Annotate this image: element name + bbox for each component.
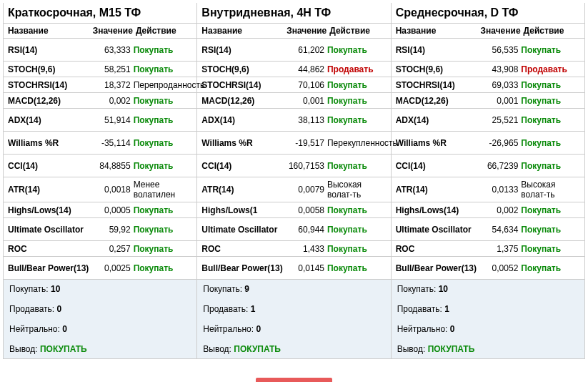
indicator-value: 0,002 <box>480 205 521 215</box>
indicator-action: Менее волатилен <box>134 180 193 200</box>
indicator-name: MACD(12,26) <box>396 96 481 106</box>
indicator-value: 63,333 <box>93 45 134 55</box>
indicator-name: ATR(14) <box>396 185 481 195</box>
indicator-row: ADX(14)51,914Покупать <box>4 109 196 132</box>
indicator-action: Покупать <box>134 244 193 254</box>
indicator-row: Bull/Bear Power(13)0,0052Покупать <box>392 257 584 280</box>
header-value: Значение <box>286 26 329 36</box>
timeframe-column: Внутридневная, 4Н ТФНазваниеЗначениеДейс… <box>197 3 391 359</box>
indicator-value: 56,535 <box>480 45 521 55</box>
summary-buy: Покупать: 9 <box>203 284 384 294</box>
indicator-action: Покупать <box>327 161 387 171</box>
indicator-value: 0,0058 <box>286 205 327 215</box>
brand-logo: instaforex <box>256 378 333 382</box>
indicator-action: Покупать <box>327 205 387 215</box>
indicator-row: Williams %R-35,114Покупать <box>4 132 196 155</box>
indicator-action: Высокая волат-ть <box>521 180 580 200</box>
summary-neutral: Нейтрально: 0 <box>397 324 579 334</box>
indicator-value: 0,0018 <box>93 185 134 195</box>
column-summary: Покупать: 10Продавать: 0Нейтрально: 0Выв… <box>4 280 196 359</box>
indicator-name: Bull/Bear Power(13) <box>8 263 93 273</box>
indicator-action: Покупать <box>521 263 580 273</box>
indicator-row: STOCH(9,6)58,251Покупать <box>4 62 196 77</box>
indicator-name: Highs/Lows(1 <box>201 205 286 215</box>
indicator-name: Bull/Bear Power(13) <box>201 263 286 273</box>
indicator-value: 54,634 <box>480 225 521 235</box>
header-action: Действие <box>329 26 389 36</box>
indicator-value: 160,7153 <box>286 161 327 171</box>
indicator-action: Покупать <box>134 64 193 74</box>
header-action: Действие <box>524 26 583 36</box>
indicator-value: 0,0005 <box>93 205 134 215</box>
summary-sell: Продавать: 1 <box>397 304 579 314</box>
indicator-name: CCI(14) <box>396 161 481 171</box>
indicator-value: 51,914 <box>93 115 134 125</box>
indicator-name: Williams %R <box>396 138 481 148</box>
indicator-name: ATR(14) <box>8 185 93 195</box>
indicator-action: Высокая волат-ть <box>327 180 387 200</box>
indicator-row: Highs/Lows(10,0058Покупать <box>197 202 390 218</box>
indicator-action: Перекупленность <box>327 138 397 148</box>
indicator-name: CCI(14) <box>201 161 286 171</box>
indicator-value: 1,375 <box>480 244 521 254</box>
indicator-name: STOCH(9,6) <box>396 64 481 74</box>
column-headers: НазваниеЗначениеДействие <box>392 24 584 39</box>
indicator-name: ROC <box>8 244 93 254</box>
summary-conclusion: Вывод: ПОКУПАТЬ <box>397 344 579 354</box>
indicator-action: Покупать <box>134 96 193 106</box>
indicator-row: Williams %R-19,517Перекупленность <box>197 132 390 155</box>
indicator-row: Highs/Lows(14)0,0005Покупать <box>4 202 196 218</box>
column-headers: НазваниеЗначениеДействие <box>4 24 196 39</box>
indicator-action: Покупать <box>134 115 193 125</box>
indicator-row: ADX(14)38,113Покупать <box>197 109 390 132</box>
indicator-value: -35,114 <box>93 138 134 148</box>
indicator-row: STOCHRSI(14)70,106Покупать <box>197 77 390 93</box>
timeframe-column: Среднесрочная, D ТФНазваниеЗначениеДейст… <box>392 3 585 359</box>
indicator-value: -19,517 <box>286 138 327 148</box>
indicator-name: Williams %R <box>201 138 286 148</box>
indicator-action: Продавать <box>521 64 580 74</box>
indicator-name: STOCHRSI(14) <box>396 80 481 90</box>
indicator-row: STOCHRSI(14)69,033Покупать <box>392 77 584 93</box>
indicator-action: Покупать <box>134 138 193 148</box>
indicator-row: STOCH(9,6)43,908Продавать <box>392 62 584 77</box>
indicator-action: Покупать <box>327 225 387 235</box>
indicator-value: 38,113 <box>286 115 327 125</box>
indicator-action: Покупать <box>327 96 387 106</box>
indicator-action: Покупать <box>521 45 580 55</box>
summary-conclusion: Вывод: ПОКУПАТЬ <box>9 344 191 354</box>
indicator-action: Покупать <box>521 138 580 148</box>
indicator-row: ROC1,375Покупать <box>392 241 584 257</box>
indicator-row: ATR(14)0,0079Высокая волат-ть <box>197 177 390 202</box>
indicator-action: Продавать <box>327 64 387 74</box>
indicator-value: 0,001 <box>480 96 521 106</box>
summary-buy: Покупать: 10 <box>9 284 191 294</box>
indicator-value: 0,0133 <box>480 185 521 195</box>
indicator-action: Покупать <box>327 80 387 90</box>
indicator-row: RSI(14)56,535Покупать <box>392 39 584 62</box>
indicator-row: CCI(14)84,8855Покупать <box>4 155 196 177</box>
header-value: Значение <box>93 26 136 36</box>
indicator-value: 61,202 <box>286 45 327 55</box>
indicator-row: ADX(14)25,521Покупать <box>392 109 584 132</box>
indicator-action: Покупать <box>327 244 387 254</box>
indicator-row: RSI(14)63,333Покупать <box>4 39 196 62</box>
indicator-value: 0,0079 <box>286 185 327 195</box>
indicator-action: Покупать <box>134 225 193 235</box>
summary-conclusion: Вывод: ПОКУПАТЬ <box>203 344 384 354</box>
header-name: Название <box>396 26 481 36</box>
column-title: Среднесрочная, D ТФ <box>392 3 584 24</box>
indicator-row: ROC0,257Покупать <box>4 241 196 257</box>
indicator-action: Покупать <box>521 115 580 125</box>
indicator-action: Покупать <box>327 45 387 55</box>
indicator-action: Покупать <box>327 263 387 273</box>
indicator-name: STOCH(9,6) <box>8 64 93 74</box>
indicator-action: Покупать <box>134 161 193 171</box>
indicator-value: 66,7239 <box>480 161 521 171</box>
indicator-row: Ultimate Oscillator54,634Покупать <box>392 218 584 241</box>
indicator-value: 0,0025 <box>93 263 134 273</box>
indicator-row: Highs/Lows(14)0,002Покупать <box>392 202 584 218</box>
indicator-columns: Краткосрочная, М15 ТФНазваниеЗначениеДей… <box>3 3 585 359</box>
indicator-value: 0,0145 <box>286 263 327 273</box>
indicator-value: 60,944 <box>286 225 327 235</box>
